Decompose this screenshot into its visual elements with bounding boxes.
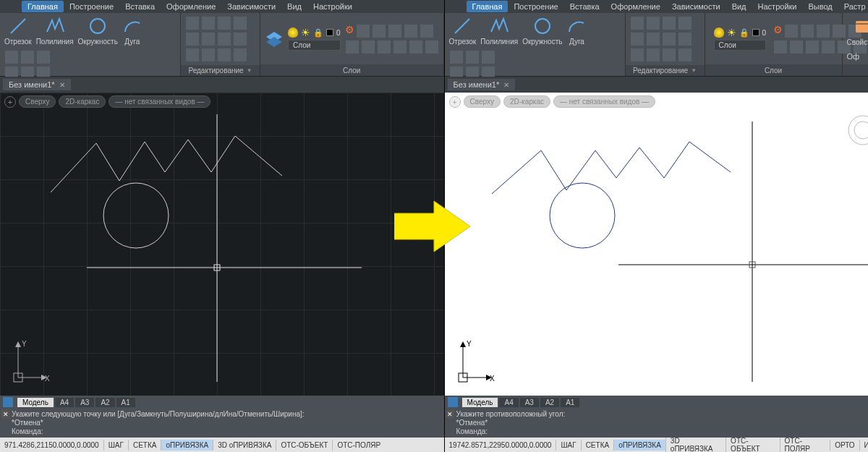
mini-tool-icon[interactable] [186, 48, 199, 61]
mini-tool-icon[interactable] [817, 25, 830, 38]
mini-tool-icon[interactable] [647, 17, 660, 30]
close-icon[interactable]: ✕ [1, 410, 9, 418]
tool-properties[interactable]: Свойства [847, 17, 868, 46]
mini-tool-icon[interactable] [186, 33, 199, 46]
menu-item[interactable]: Вывод [802, 1, 838, 12]
mini-tool-icon[interactable] [202, 17, 215, 30]
mini-tool-icon[interactable] [466, 51, 479, 64]
mini-tool-icon[interactable] [202, 48, 215, 61]
layers-icon[interactable] [265, 30, 284, 48]
tool-circle[interactable]: Окружность [522, 16, 562, 46]
bottom-tab[interactable]: A1 [561, 398, 579, 407]
mini-tool-icon[interactable] [21, 51, 34, 64]
mini-tool-icon[interactable] [678, 33, 692, 46]
command-line[interactable]: ✕ Укажите следующую точку или [Дуга/Замк… [0, 409, 444, 438]
mini-tool-icon[interactable] [631, 48, 644, 61]
mini-tool-icon[interactable] [388, 25, 401, 38]
mini-tool-icon[interactable] [362, 40, 375, 54]
mini-tool-icon[interactable] [346, 40, 359, 54]
menu-item[interactable]: Построение [64, 1, 119, 12]
menu-item[interactable]: Вставка [564, 1, 605, 12]
status-toggle[interactable]: ОТС-ПОЛЯР [780, 435, 830, 452]
mini-tool-icon[interactable] [663, 33, 676, 46]
status-toggle[interactable]: 3D оПРИВЯЗКА [213, 440, 276, 451]
mini-tool-icon[interactable] [5, 51, 18, 64]
bottom-tab[interactable]: A2 [95, 398, 114, 407]
menu-item[interactable]: Зависимости [666, 1, 726, 12]
menubar[interactable]: Главная Построение Вставка Оформление За… [445, 0, 868, 13]
mini-tool-icon[interactable] [378, 40, 391, 54]
menu-item[interactable]: Вид [726, 1, 752, 12]
sun-icon[interactable]: ☀ [301, 27, 310, 38]
mini-tool-icon[interactable] [450, 51, 463, 64]
color-swatch[interactable] [326, 29, 333, 36]
mini-tool-icon[interactable] [425, 40, 438, 54]
mini-tool-icon[interactable] [678, 48, 692, 61]
lightbulb-icon[interactable] [288, 27, 298, 38]
mini-tool-icon[interactable] [663, 48, 676, 61]
tool-polyline[interactable]: Полилиния [36, 16, 74, 46]
menu-item[interactable]: Растр [838, 1, 868, 12]
menu-item[interactable]: Построение [508, 1, 563, 12]
bottom-tab[interactable]: A3 [520, 398, 539, 407]
bottom-tab[interactable]: A2 [540, 398, 559, 407]
status-toggle[interactable]: 3D оПРИВЯЗКА [665, 435, 726, 452]
menu-item[interactable]: Главная [467, 1, 509, 12]
status-toggle[interactable]: ОТС-ОБЪЕКТ [276, 440, 332, 451]
nav-compass-icon[interactable] [847, 114, 868, 158]
mini-tool-icon[interactable] [774, 40, 787, 54]
close-icon[interactable]: ✕ [503, 81, 509, 89]
mini-tool-icon[interactable] [822, 40, 835, 54]
tool-circle[interactable]: Окружность [78, 16, 118, 46]
grip-icon[interactable] [3, 397, 13, 407]
bottom-tab[interactable]: A1 [116, 398, 135, 407]
menu-item[interactable]: Оформление [161, 1, 221, 12]
menu-item[interactable]: Главная [22, 1, 64, 12]
mini-tool-icon[interactable] [373, 25, 386, 38]
lightbulb-icon[interactable] [714, 27, 724, 38]
mini-tool-icon[interactable] [404, 25, 417, 38]
tool-arc[interactable]: Дуга [566, 16, 587, 46]
mini-tool-icon[interactable] [647, 48, 660, 61]
mini-tool-icon[interactable] [37, 51, 50, 64]
menu-item[interactable]: Вставка [119, 1, 161, 12]
status-toggle[interactable]: ИЗО [859, 440, 868, 451]
mini-tool-icon[interactable] [218, 48, 231, 61]
mini-tool-icon[interactable] [785, 25, 798, 38]
status-toggle[interactable]: ОТС-ОБЪЕКТ [726, 435, 779, 452]
status-toggle[interactable]: оПРИВЯЗКА [161, 440, 213, 451]
grip-icon[interactable] [448, 397, 458, 407]
status-toggle[interactable]: СЕТКА [581, 440, 614, 451]
lock-icon[interactable]: 🔒 [313, 28, 323, 38]
mini-tool-icon[interactable] [234, 48, 247, 61]
mini-tool-icon[interactable] [218, 17, 231, 30]
color-swatch[interactable] [752, 29, 760, 36]
menu-item[interactable]: Оформление [605, 1, 666, 12]
mini-tool-icon[interactable] [409, 40, 422, 54]
menu-item[interactable]: Вид [281, 1, 307, 12]
mini-tool-icon[interactable] [806, 40, 819, 54]
status-toggle[interactable]: ОРТО [830, 440, 859, 451]
status-toggle[interactable]: ШАГ [103, 440, 128, 451]
tool-polyline[interactable]: Полилиния [480, 16, 518, 46]
bottom-tab[interactable]: A4 [55, 398, 74, 407]
document-tab[interactable]: Без имени1*✕ [448, 79, 516, 90]
status-toggle[interactable]: оПРИВЯЗКА [613, 440, 665, 451]
drawing-area-dark[interactable]: + Сверху 2D-каркас — нет связанных видов… [0, 93, 444, 396]
lock-icon[interactable]: 🔒 [739, 28, 749, 38]
menu-item[interactable]: Настройки [307, 1, 358, 12]
mini-tool-icon[interactable] [357, 25, 370, 38]
bottom-tab[interactable]: A3 [75, 398, 94, 407]
mini-tool-icon[interactable] [420, 25, 433, 38]
menu-item[interactable]: Зависимости [221, 1, 281, 12]
layers-dropdown[interactable]: Слои [288, 40, 341, 51]
mini-tool-icon[interactable] [234, 17, 247, 30]
mini-tool-icon[interactable] [218, 33, 231, 46]
mini-tool-icon[interactable] [234, 33, 247, 46]
sun-icon[interactable]: ☀ [727, 27, 736, 38]
tool-arc[interactable]: Дуга [122, 16, 142, 46]
bottom-tab[interactable]: Модель [462, 398, 498, 407]
close-icon[interactable]: ✕ [59, 81, 65, 89]
gear-icon[interactable]: ⚙ [345, 24, 354, 38]
mini-tool-icon[interactable] [186, 17, 199, 30]
